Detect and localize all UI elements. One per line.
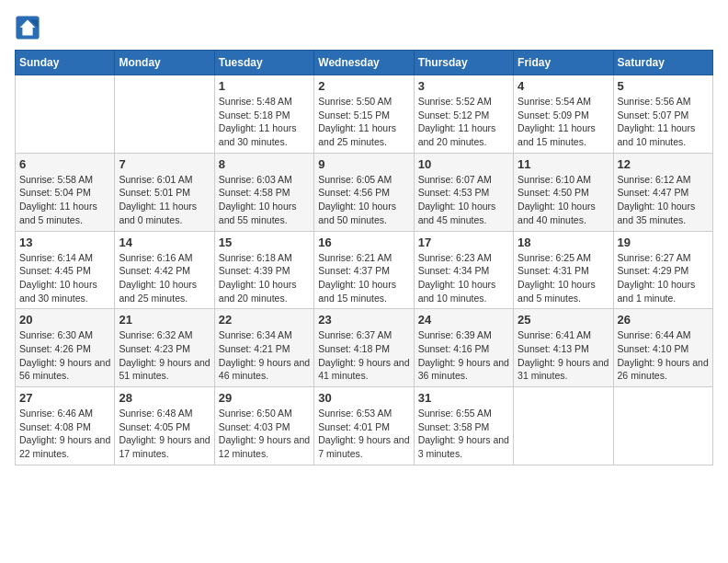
calendar-cell: 6Sunrise: 5:58 AM Sunset: 5:04 PM Daylig… <box>16 153 115 231</box>
day-number: 29 <box>219 391 310 405</box>
calendar-cell <box>613 387 712 465</box>
calendar-cell: 20Sunrise: 6:30 AM Sunset: 4:26 PM Dayli… <box>16 309 115 387</box>
calendar-cell: 29Sunrise: 6:50 AM Sunset: 4:03 PM Dayli… <box>214 387 313 465</box>
day-number: 31 <box>418 391 509 405</box>
day-info: Sunrise: 6:01 AM Sunset: 5:01 PM Dayligh… <box>119 173 210 227</box>
day-number: 5 <box>618 79 709 93</box>
day-number: 14 <box>119 236 210 249</box>
calendar-week-5: 27Sunrise: 6:46 AM Sunset: 4:08 PM Dayli… <box>16 387 713 465</box>
calendar-cell <box>115 75 214 154</box>
day-number: 25 <box>518 313 609 327</box>
calendar-cell: 17Sunrise: 6:23 AM Sunset: 4:34 PM Dayli… <box>414 231 513 309</box>
calendar-week-2: 6Sunrise: 5:58 AM Sunset: 5:04 PM Daylig… <box>16 153 713 231</box>
day-number: 28 <box>119 391 210 405</box>
day-info: Sunrise: 5:52 AM Sunset: 5:12 PM Dayligh… <box>418 95 509 149</box>
day-number: 17 <box>418 236 509 249</box>
calendar-cell: 28Sunrise: 6:48 AM Sunset: 4:05 PM Dayli… <box>115 387 214 465</box>
calendar-body: 1Sunrise: 5:48 AM Sunset: 5:18 PM Daylig… <box>16 75 713 465</box>
logo-icon <box>15 15 40 40</box>
weekday-header-sunday: Sunday <box>16 51 115 75</box>
day-info: Sunrise: 6:16 AM Sunset: 4:42 PM Dayligh… <box>119 251 210 305</box>
day-number: 6 <box>19 157 110 171</box>
calendar-cell: 30Sunrise: 6:53 AM Sunset: 4:01 PM Dayli… <box>314 387 414 465</box>
calendar-cell: 11Sunrise: 6:10 AM Sunset: 4:50 PM Dayli… <box>514 153 613 231</box>
calendar-cell: 22Sunrise: 6:34 AM Sunset: 4:21 PM Dayli… <box>214 309 313 387</box>
day-info: Sunrise: 6:12 AM Sunset: 4:47 PM Dayligh… <box>618 173 709 227</box>
day-number: 20 <box>19 313 110 327</box>
day-number: 27 <box>19 391 110 405</box>
calendar-week-1: 1Sunrise: 5:48 AM Sunset: 5:18 PM Daylig… <box>16 75 713 154</box>
calendar-cell: 19Sunrise: 6:27 AM Sunset: 4:29 PM Dayli… <box>613 231 712 309</box>
page-header <box>15 15 713 40</box>
day-info: Sunrise: 6:10 AM Sunset: 4:50 PM Dayligh… <box>518 173 609 227</box>
day-number: 1 <box>219 79 310 93</box>
calendar-cell: 2Sunrise: 5:50 AM Sunset: 5:15 PM Daylig… <box>314 75 414 154</box>
weekday-header-tuesday: Tuesday <box>214 51 313 75</box>
calendar-cell: 18Sunrise: 6:25 AM Sunset: 4:31 PM Dayli… <box>514 231 613 309</box>
day-number: 8 <box>219 157 310 171</box>
day-number: 13 <box>19 236 110 249</box>
calendar-cell: 14Sunrise: 6:16 AM Sunset: 4:42 PM Dayli… <box>115 231 214 309</box>
weekday-header-monday: Monday <box>115 51 214 75</box>
calendar-cell: 25Sunrise: 6:41 AM Sunset: 4:13 PM Dayli… <box>514 309 613 387</box>
day-number: 30 <box>318 391 409 405</box>
calendar-cell: 4Sunrise: 5:54 AM Sunset: 5:09 PM Daylig… <box>514 75 613 154</box>
day-number: 21 <box>119 313 210 327</box>
day-info: Sunrise: 6:14 AM Sunset: 4:45 PM Dayligh… <box>19 251 110 305</box>
day-info: Sunrise: 6:23 AM Sunset: 4:34 PM Dayligh… <box>418 251 509 305</box>
day-info: Sunrise: 6:50 AM Sunset: 4:03 PM Dayligh… <box>219 407 310 461</box>
calendar-cell: 21Sunrise: 6:32 AM Sunset: 4:23 PM Dayli… <box>115 309 214 387</box>
day-number: 23 <box>318 313 409 327</box>
day-info: Sunrise: 6:53 AM Sunset: 4:01 PM Dayligh… <box>318 407 409 461</box>
day-info: Sunrise: 6:27 AM Sunset: 4:29 PM Dayligh… <box>618 251 709 305</box>
day-number: 10 <box>418 157 509 171</box>
day-info: Sunrise: 6:32 AM Sunset: 4:23 PM Dayligh… <box>119 328 210 383</box>
day-info: Sunrise: 5:56 AM Sunset: 5:07 PM Dayligh… <box>618 95 709 149</box>
day-info: Sunrise: 6:39 AM Sunset: 4:16 PM Dayligh… <box>418 328 509 383</box>
day-number: 24 <box>418 313 509 327</box>
day-info: Sunrise: 6:21 AM Sunset: 4:37 PM Dayligh… <box>318 251 409 305</box>
day-info: Sunrise: 6:37 AM Sunset: 4:18 PM Dayligh… <box>318 328 409 383</box>
calendar-cell: 16Sunrise: 6:21 AM Sunset: 4:37 PM Dayli… <box>314 231 414 309</box>
day-info: Sunrise: 6:25 AM Sunset: 4:31 PM Dayligh… <box>518 251 609 305</box>
day-info: Sunrise: 6:55 AM Sunset: 3:58 PM Dayligh… <box>418 407 509 461</box>
calendar-cell <box>16 75 115 154</box>
day-info: Sunrise: 6:07 AM Sunset: 4:53 PM Dayligh… <box>418 173 509 227</box>
day-info: Sunrise: 6:30 AM Sunset: 4:26 PM Dayligh… <box>19 328 110 383</box>
day-number: 3 <box>418 79 509 93</box>
day-number: 16 <box>318 236 409 249</box>
weekday-header-saturday: Saturday <box>613 51 712 75</box>
day-info: Sunrise: 6:46 AM Sunset: 4:08 PM Dayligh… <box>19 407 110 461</box>
calendar-cell: 24Sunrise: 6:39 AM Sunset: 4:16 PM Dayli… <box>414 309 513 387</box>
day-info: Sunrise: 6:03 AM Sunset: 4:58 PM Dayligh… <box>219 173 310 227</box>
day-info: Sunrise: 5:54 AM Sunset: 5:09 PM Dayligh… <box>518 95 609 149</box>
calendar-cell: 31Sunrise: 6:55 AM Sunset: 3:58 PM Dayli… <box>414 387 513 465</box>
calendar-cell: 10Sunrise: 6:07 AM Sunset: 4:53 PM Dayli… <box>414 153 513 231</box>
calendar-cell: 13Sunrise: 6:14 AM Sunset: 4:45 PM Dayli… <box>16 231 115 309</box>
day-info: Sunrise: 6:48 AM Sunset: 4:05 PM Dayligh… <box>119 407 210 461</box>
day-info: Sunrise: 5:48 AM Sunset: 5:18 PM Dayligh… <box>219 95 310 149</box>
day-info: Sunrise: 6:44 AM Sunset: 4:10 PM Dayligh… <box>618 328 709 383</box>
day-info: Sunrise: 6:41 AM Sunset: 4:13 PM Dayligh… <box>518 328 609 383</box>
calendar-cell <box>514 387 613 465</box>
day-number: 9 <box>318 157 409 171</box>
day-info: Sunrise: 6:18 AM Sunset: 4:39 PM Dayligh… <box>219 251 310 305</box>
calendar-table: SundayMondayTuesdayWednesdayThursdayFrid… <box>15 50 713 465</box>
calendar-cell: 1Sunrise: 5:48 AM Sunset: 5:18 PM Daylig… <box>214 75 313 154</box>
day-number: 15 <box>219 236 310 249</box>
calendar-header-row: SundayMondayTuesdayWednesdayThursdayFrid… <box>16 51 713 75</box>
calendar-cell: 15Sunrise: 6:18 AM Sunset: 4:39 PM Dayli… <box>214 231 313 309</box>
day-info: Sunrise: 6:05 AM Sunset: 4:56 PM Dayligh… <box>318 173 409 227</box>
day-number: 11 <box>518 157 609 171</box>
weekday-header-friday: Friday <box>514 51 613 75</box>
day-number: 19 <box>618 236 709 249</box>
weekday-header-wednesday: Wednesday <box>314 51 414 75</box>
calendar-cell: 12Sunrise: 6:12 AM Sunset: 4:47 PM Dayli… <box>613 153 712 231</box>
day-info: Sunrise: 5:50 AM Sunset: 5:15 PM Dayligh… <box>318 95 409 149</box>
calendar-week-3: 13Sunrise: 6:14 AM Sunset: 4:45 PM Dayli… <box>16 231 713 309</box>
calendar-week-4: 20Sunrise: 6:30 AM Sunset: 4:26 PM Dayli… <box>16 309 713 387</box>
day-number: 7 <box>119 157 210 171</box>
day-info: Sunrise: 6:34 AM Sunset: 4:21 PM Dayligh… <box>219 328 310 383</box>
calendar-cell: 7Sunrise: 6:01 AM Sunset: 5:01 PM Daylig… <box>115 153 214 231</box>
day-number: 26 <box>618 313 709 327</box>
